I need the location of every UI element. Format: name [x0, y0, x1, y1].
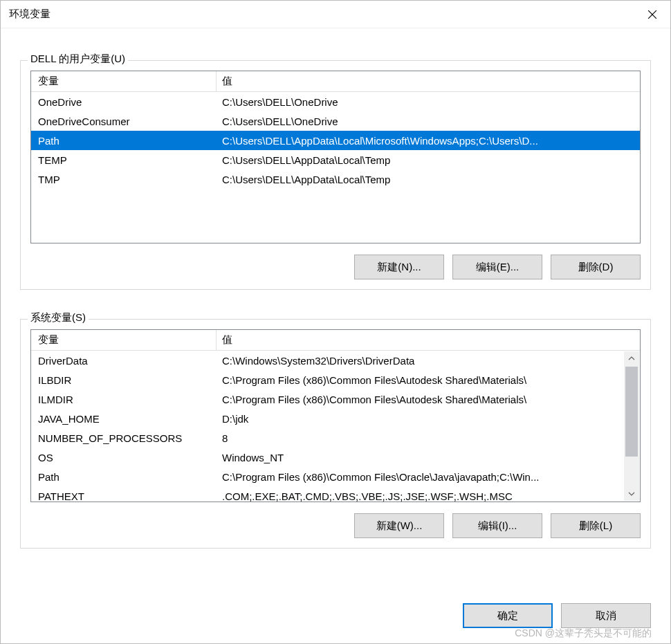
user-vars-body: OneDriveC:\Users\DELL\OneDriveOneDriveCo… [31, 92, 640, 189]
table-row[interactable]: NUMBER_OF_PROCESSORS8 [31, 428, 625, 448]
user-edit-button[interactable]: 编辑(E)... [452, 255, 542, 279]
table-row[interactable]: ILMDIRC:\Program Files (x86)\Common File… [31, 389, 625, 409]
table-row[interactable]: PathC:\Users\DELL\AppData\Local\Microsof… [31, 131, 640, 150]
sys-new-button[interactable]: 新建(W)... [354, 513, 444, 538]
var-value-cell: Windows_NT [217, 452, 625, 463]
var-name-cell: JAVA_HOME [31, 413, 217, 425]
var-name-cell: PATHEXT [31, 490, 217, 502]
var-name-cell: TMP [31, 174, 217, 185]
var-value-cell: .COM;.EXE;.BAT;.CMD;.VBS;.VBE;.JS;.JSE;.… [217, 490, 625, 502]
user-vars-label: DELL 的用户变量(U) [28, 53, 128, 66]
table-row[interactable]: TEMPC:\Users\DELL\AppData\Local\Temp [31, 150, 640, 169]
var-name-cell: DriverData [31, 355, 217, 367]
var-name-cell: OS [31, 452, 217, 463]
var-value-cell: C:\Program Files (x86)\Common Files\Orac… [217, 471, 625, 483]
user-new-button[interactable]: 新建(N)... [354, 255, 444, 279]
table-row[interactable]: ILBDIRC:\Program Files (x86)\Common File… [31, 370, 625, 389]
var-value-cell: C:\Users\DELL\OneDrive [217, 116, 640, 127]
close-button[interactable] [634, 1, 670, 28]
var-value-cell: C:\Users\DELL\AppData\Local\Temp [217, 174, 640, 185]
sys-col-value[interactable]: 值 [217, 330, 640, 350]
table-row[interactable]: TMPC:\Users\DELL\AppData\Local\Temp [31, 169, 640, 189]
titlebar: 环境变量 [1, 1, 670, 28]
user-col-value[interactable]: 值 [217, 71, 640, 91]
sys-vars-header: 变量 值 [31, 330, 640, 351]
var-value-cell: C:\Users\DELL\AppData\Local\Temp [217, 154, 640, 166]
user-vars-header: 变量 值 [31, 71, 640, 92]
table-row[interactable]: DriverDataC:\Windows\System32\Drivers\Dr… [31, 351, 625, 370]
table-row[interactable]: PathC:\Program Files (x86)\Common Files\… [31, 467, 625, 486]
scroll-down-icon[interactable] [624, 487, 639, 501]
user-vars-list[interactable]: 变量 值 OneDriveC:\Users\DELL\OneDriveOneDr… [30, 71, 641, 243]
sys-buttons: 新建(W)... 编辑(I)... 删除(L) [30, 513, 641, 538]
dialog-footer: 确定 取消 [1, 591, 670, 643]
var-name-cell: ILBDIR [31, 374, 217, 386]
var-value-cell: C:\Program Files (x86)\Common Files\Auto… [217, 394, 625, 405]
table-row[interactable]: OneDriveConsumerC:\Users\DELL\OneDrive [31, 111, 640, 131]
sys-delete-button[interactable]: 删除(L) [551, 513, 641, 538]
scroll-thumb[interactable] [625, 367, 638, 457]
sys-edit-button[interactable]: 编辑(I)... [452, 513, 542, 538]
var-name-cell: Path [31, 471, 217, 483]
sys-scrollbar[interactable] [624, 351, 639, 501]
cancel-button[interactable]: 取消 [561, 603, 651, 628]
user-col-name[interactable]: 变量 [31, 71, 217, 91]
var-value-cell: C:\Windows\System32\Drivers\DriverData [217, 355, 625, 367]
sys-vars-group: 系统变量(S) 变量 值 DriverDataC:\Windows\System… [20, 319, 651, 549]
ok-button[interactable]: 确定 [463, 603, 553, 628]
close-icon [647, 10, 657, 19]
dialog-content: DELL 的用户变量(U) 变量 值 OneDriveC:\Users\DELL… [1, 28, 670, 591]
var-value-cell: C:\Program Files (x86)\Common Files\Auto… [217, 374, 625, 386]
var-value-cell: 8 [217, 432, 625, 444]
dialog-title: 环境变量 [9, 8, 50, 21]
var-value-cell: D:\jdk [217, 413, 625, 425]
sys-vars-body: DriverDataC:\Windows\System32\Drivers\Dr… [31, 351, 625, 502]
table-row[interactable]: PATHEXT.COM;.EXE;.BAT;.CMD;.VBS;.VBE;.JS… [31, 486, 625, 502]
var-name-cell: NUMBER_OF_PROCESSORS [31, 432, 217, 444]
sys-vars-label: 系统变量(S) [28, 311, 89, 324]
user-delete-button[interactable]: 删除(D) [551, 255, 641, 279]
sys-col-name[interactable]: 变量 [31, 330, 217, 350]
var-value-cell: C:\Users\DELL\OneDrive [217, 96, 640, 108]
var-name-cell: Path [31, 135, 217, 147]
scroll-up-icon[interactable] [624, 351, 639, 365]
table-row[interactable]: OSWindows_NT [31, 448, 625, 467]
sys-vars-list[interactable]: 变量 值 DriverDataC:\Windows\System32\Drive… [30, 329, 641, 502]
table-row[interactable]: OneDriveC:\Users\DELL\OneDrive [31, 92, 640, 111]
table-row[interactable]: JAVA_HOMED:\jdk [31, 409, 625, 428]
var-value-cell: C:\Users\DELL\AppData\Local\Microsoft\Wi… [217, 135, 640, 147]
var-name-cell: ILMDIR [31, 394, 217, 405]
var-name-cell: OneDriveConsumer [31, 116, 217, 127]
var-name-cell: OneDrive [31, 96, 217, 108]
env-vars-dialog: 环境变量 DELL 的用户变量(U) 变量 值 OneDriveC:\Users… [0, 0, 671, 644]
user-vars-group: DELL 的用户变量(U) 变量 值 OneDriveC:\Users\DELL… [20, 60, 651, 290]
user-buttons: 新建(N)... 编辑(E)... 删除(D) [30, 255, 641, 279]
var-name-cell: TEMP [31, 154, 217, 166]
